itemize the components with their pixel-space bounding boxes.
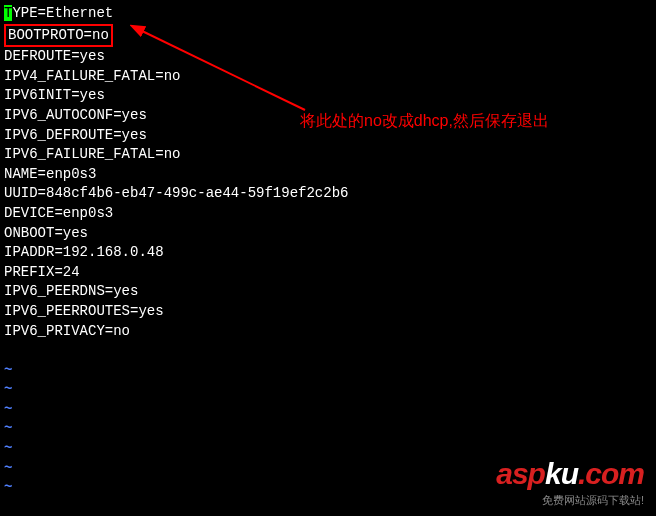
watermark: aspku.com 免费网站源码下载站! [496, 453, 644, 508]
watermark-part2: ku [545, 457, 578, 490]
config-line-ipv6privacy: IPV6_PRIVACY=no [4, 322, 652, 342]
empty-line [4, 341, 652, 361]
config-line-bootproto-wrapper: BOOTPROTO=no [4, 24, 652, 48]
config-line-onboot: ONBOOT=yes [4, 224, 652, 244]
bootproto-highlight: BOOTPROTO=no [4, 24, 113, 48]
config-line-uuid: UUID=848cf4b6-eb47-499c-ae44-59f19ef2c2b… [4, 184, 652, 204]
config-line-type: TYPE=Ethernet [4, 4, 652, 24]
vim-tilde: ~ [4, 380, 652, 400]
config-line-ipv6peerroutes: IPV6_PEERROUTES=yes [4, 302, 652, 322]
vim-tilde: ~ [4, 361, 652, 381]
config-line-ipv6fail: IPV6_FAILURE_FATAL=no [4, 145, 652, 165]
config-line-ipv4fail: IPV4_FAILURE_FATAL=no [4, 67, 652, 87]
config-line-ipv6peerdns: IPV6_PEERDNS=yes [4, 282, 652, 302]
watermark-logo: aspku.com [496, 453, 644, 495]
config-line-prefix: PREFIX=24 [4, 263, 652, 283]
watermark-part1: asp [496, 457, 545, 490]
config-line-defroute: DEFROUTE=yes [4, 47, 652, 67]
config-line-bootproto: BOOTPROTO=no [8, 27, 109, 43]
config-line-device: DEVICE=enp0s3 [4, 204, 652, 224]
config-line-ipaddr: IPADDR=192.168.0.48 [4, 243, 652, 263]
watermark-part3: .com [578, 457, 644, 490]
config-line-name: NAME=enp0s3 [4, 165, 652, 185]
terminal-content: TYPE=Ethernet BOOTPROTO=no DEFROUTE=yes … [4, 4, 652, 498]
config-line-ipv6init: IPV6INIT=yes [4, 86, 652, 106]
annotation-text: 将此处的no改成dhcp,然后保存退出 [300, 110, 549, 132]
line1-text: YPE=Ethernet [12, 5, 113, 21]
watermark-subtitle: 免费网站源码下载站! [496, 493, 644, 508]
vim-tilde: ~ [4, 400, 652, 420]
vim-tilde: ~ [4, 419, 652, 439]
